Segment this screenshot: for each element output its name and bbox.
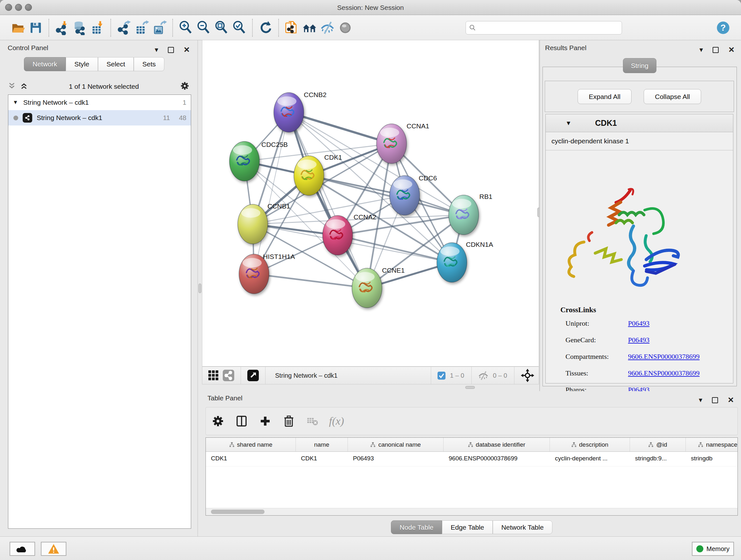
import-network-file-button[interactable]: [53, 18, 71, 37]
network-node-CDK1[interactable]: [294, 156, 324, 195]
column-header-canonical-name[interactable]: canonical name: [348, 438, 444, 451]
horizontal-scrollbar[interactable]: [206, 508, 738, 515]
selected-checkbox[interactable]: [437, 372, 446, 380]
float-panel-icon[interactable]: [713, 47, 719, 53]
column-header-description[interactable]: description: [550, 438, 630, 451]
show-columns-icon[interactable]: [234, 414, 249, 428]
cell-database-identifier[interactable]: 9606.ENSP00000378699: [444, 452, 550, 466]
clear-table-icon[interactable]: [306, 414, 320, 428]
float-panel-icon[interactable]: [168, 47, 174, 53]
compartments-link[interactable]: 9606.ENSP00000378699: [628, 353, 699, 361]
tab-sets[interactable]: Sets: [134, 57, 164, 71]
close-panel-icon[interactable]: ✕: [728, 396, 734, 404]
network-edge-HIST1H1A-CCNE1[interactable]: [254, 274, 367, 288]
cell-name[interactable]: CDK1: [296, 452, 348, 466]
delete-column-icon[interactable]: [282, 414, 296, 428]
network-node-CCNA1[interactable]: [377, 124, 407, 164]
cell-shared-name[interactable]: CDK1: [206, 452, 296, 466]
network-edge-CCNB2-CCNA1[interactable]: [289, 112, 392, 144]
share-network-icon[interactable]: [223, 370, 234, 381]
export-table-button[interactable]: [133, 18, 151, 37]
search-input[interactable]: [476, 24, 618, 32]
hidden-eye-icon[interactable]: [478, 370, 488, 381]
export-network-button[interactable]: [115, 18, 133, 37]
export-image-button[interactable]: [151, 18, 169, 37]
column-header-namespace[interactable]: namespace: [686, 438, 738, 451]
hide-selected-button[interactable]: [319, 18, 336, 37]
tab-style[interactable]: Style: [66, 57, 98, 71]
collection-expand-icon[interactable]: ▼: [13, 99, 18, 106]
search-field[interactable]: [466, 21, 622, 35]
open-session-button[interactable]: [9, 18, 27, 37]
network-node-CDC6[interactable]: [390, 176, 420, 215]
network-edge-CCNA2-CDKN1A[interactable]: [338, 235, 452, 262]
expand-all-networks-icon[interactable]: [20, 82, 28, 91]
save-session-button[interactable]: [27, 18, 45, 37]
table-row[interactable]: CDK1 CDK1 P06493 9606.ENSP00000378699 cy…: [206, 452, 738, 466]
collapse-all-button[interactable]: Collapse All: [644, 89, 701, 104]
uniprot-link[interactable]: P06493: [628, 319, 650, 327]
column-header-shared-name[interactable]: shared name: [206, 438, 296, 451]
zoom-out-button[interactable]: [195, 18, 212, 37]
tab-select[interactable]: Select: [98, 57, 134, 71]
function-builder-icon[interactable]: f(x): [329, 415, 344, 427]
expand-all-button[interactable]: Expand All: [578, 89, 631, 104]
cell-canonical-name[interactable]: P06493: [348, 452, 444, 466]
tab-network-table[interactable]: Network Table: [493, 520, 552, 534]
fit-crosshair-icon[interactable]: [521, 369, 534, 382]
network-options-gear-icon[interactable]: [180, 81, 190, 92]
panel-menu-icon[interactable]: ▾: [155, 46, 158, 53]
network-edge-CCNB2-HIST1H1A[interactable]: [254, 112, 289, 274]
network-node-RB1[interactable]: [449, 195, 479, 235]
column-header-id[interactable]: @id: [630, 438, 686, 451]
add-column-icon[interactable]: [258, 414, 272, 428]
close-panel-icon[interactable]: ✕: [184, 46, 190, 54]
grid-view-icon[interactable]: [208, 370, 219, 381]
cell-description[interactable]: cyclin-dependent ...: [550, 452, 630, 466]
import-table-file-button[interactable]: [89, 18, 107, 37]
string-home-button[interactable]: [300, 18, 319, 37]
column-header-database-identifier[interactable]: database identifier: [444, 438, 550, 451]
network-node-CCNE1[interactable]: [352, 268, 382, 308]
panel-menu-icon[interactable]: ▾: [699, 396, 702, 403]
network-collection-row[interactable]: ▼ String Network – cdk1 1: [8, 95, 191, 110]
network-node-CDC25B[interactable]: [229, 141, 259, 181]
zoom-selected-button[interactable]: [230, 18, 248, 37]
cell-namespace[interactable]: stringdb: [686, 452, 738, 466]
tab-edge-table[interactable]: Edge Table: [442, 520, 493, 534]
cloud-status-button[interactable]: [10, 542, 35, 556]
zoom-in-button[interactable]: [177, 18, 195, 37]
bottom-splitter-grip[interactable]: [465, 386, 475, 389]
network-edge-CCNB2-CCNE1[interactable]: [289, 112, 367, 288]
entry-expand-icon[interactable]: ▼: [565, 120, 571, 127]
help-button[interactable]: ?: [714, 18, 732, 37]
scrollbar-thumb[interactable]: [211, 509, 265, 514]
network-node-CDKN1A[interactable]: [437, 243, 467, 282]
panel-menu-icon[interactable]: ▾: [699, 46, 703, 53]
tab-network[interactable]: Network: [24, 57, 66, 71]
network-row[interactable]: String Network – cdk1 11 48: [8, 110, 191, 125]
cell-id[interactable]: stringdb:9...: [630, 452, 686, 466]
close-panel-icon[interactable]: ✕: [728, 46, 735, 54]
birdseye-icon[interactable]: [247, 370, 259, 381]
import-string-network-button[interactable]: [283, 18, 300, 37]
collapse-all-networks-icon[interactable]: [8, 82, 16, 91]
column-header-name[interactable]: name: [296, 438, 348, 451]
tab-string[interactable]: String: [623, 58, 657, 73]
network-node-CCNA2[interactable]: [323, 215, 353, 255]
memory-button[interactable]: Memory: [692, 542, 734, 556]
zoom-fit-button[interactable]: [212, 18, 230, 37]
import-network-database-button[interactable]: [71, 18, 89, 37]
network-canvas[interactable]: CCNB2CCNA1CDC25BCDK1CDC6RB1CCNB1CCNA2CDK…: [202, 40, 539, 367]
tissues-link[interactable]: 9606.ENSP00000378699: [628, 369, 699, 377]
show-all-button[interactable]: [336, 18, 354, 37]
network-node-CCNB1[interactable]: [238, 204, 268, 244]
genecard-link[interactable]: P06493: [628, 336, 650, 344]
node-details-header[interactable]: ▼ CDK1: [546, 114, 733, 132]
tab-node-table[interactable]: Node Table: [391, 520, 442, 534]
left-splitter-grip[interactable]: [199, 284, 201, 293]
table-options-gear-icon[interactable]: [211, 414, 225, 428]
network-node-CCNB2[interactable]: [274, 92, 304, 132]
refresh-view-button[interactable]: [257, 18, 274, 37]
float-panel-icon[interactable]: [712, 397, 718, 403]
